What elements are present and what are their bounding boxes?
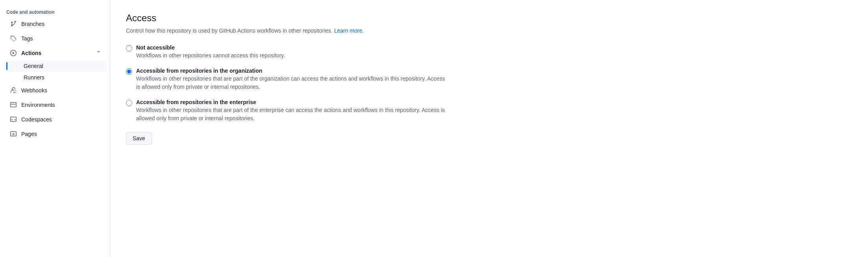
sidebar-section-label: Code and automation: [0, 6, 110, 17]
sidebar-item-label-tags: Tags: [21, 35, 33, 42]
page-description-text: Control how this repository is used by G…: [126, 28, 332, 34]
page-title: Access: [126, 13, 449, 24]
sidebar-item-general[interactable]: General: [3, 61, 107, 72]
radio-desc-not-accessible: Workflows in other repositories cannot a…: [136, 51, 449, 60]
actions-submenu: General Runners: [0, 61, 110, 83]
webhooks-icon: [9, 86, 17, 94]
codespaces-icon: [9, 116, 17, 123]
sidebar-item-label-branches: Branches: [21, 21, 44, 27]
radio-content-accessible-enterprise: Accessible from repositories in the ente…: [136, 99, 449, 123]
sidebar-item-label-webhooks: Webhooks: [21, 87, 47, 94]
radio-label-not-accessible: Not accessible: [136, 44, 449, 51]
sidebar-item-pages[interactable]: Pages: [3, 127, 107, 141]
main-content: Access Control how this repository is us…: [110, 0, 464, 257]
learn-more-link[interactable]: Learn more.: [334, 28, 364, 34]
radio-desc-accessible-org: Workflows in other repositories that are…: [136, 75, 449, 91]
radio-label-accessible-enterprise: Accessible from repositories in the ente…: [136, 99, 449, 105]
radio-content-accessible-org: Accessible from repositories in the orga…: [136, 68, 449, 91]
sidebar-item-webhooks[interactable]: Webhooks: [3, 83, 107, 97]
radio-accessible-enterprise[interactable]: [126, 100, 132, 106]
sidebar-item-tags[interactable]: Tags: [3, 31, 107, 46]
branches-icon: [9, 20, 17, 28]
sidebar-item-label-codespaces: Codespaces: [21, 116, 52, 123]
pages-icon: [9, 130, 17, 138]
environments-icon: [9, 101, 17, 109]
radio-desc-accessible-enterprise: Workflows in other repositories that are…: [136, 106, 449, 123]
sidebar-sub-item-label-runners: Runners: [24, 74, 44, 81]
radio-accessible-org[interactable]: [126, 68, 132, 75]
chevron-up-icon: ⌃: [96, 50, 100, 56]
radio-not-accessible[interactable]: [126, 45, 132, 51]
radio-content-not-accessible: Not accessible Workflows in other reposi…: [136, 44, 449, 60]
sidebar: Code and automation Branches Tags Action…: [0, 0, 110, 257]
sidebar-sub-item-label-general: General: [24, 63, 43, 69]
sidebar-item-runners[interactable]: Runners: [3, 72, 107, 83]
page-description: Control how this repository is used by G…: [126, 27, 449, 35]
radio-option-accessible-org: Accessible from repositories in the orga…: [126, 68, 449, 91]
sidebar-item-label-actions: Actions: [21, 50, 41, 56]
radio-option-accessible-enterprise: Accessible from repositories in the ente…: [126, 99, 449, 123]
sidebar-item-label-environments: Environments: [21, 102, 55, 108]
actions-icon: [9, 49, 17, 57]
tags-icon: [9, 35, 17, 42]
sidebar-item-branches[interactable]: Branches: [3, 17, 107, 31]
radio-label-accessible-org: Accessible from repositories in the orga…: [136, 68, 449, 74]
sidebar-item-codespaces[interactable]: Codespaces: [3, 112, 107, 127]
sidebar-item-label-pages: Pages: [21, 131, 37, 137]
sidebar-item-environments[interactable]: Environments: [3, 98, 107, 112]
access-radio-group: Not accessible Workflows in other reposi…: [126, 44, 449, 123]
sidebar-item-actions[interactable]: Actions ⌃: [3, 46, 107, 60]
radio-option-not-accessible: Not accessible Workflows in other reposi…: [126, 44, 449, 60]
save-button[interactable]: Save: [126, 132, 152, 145]
